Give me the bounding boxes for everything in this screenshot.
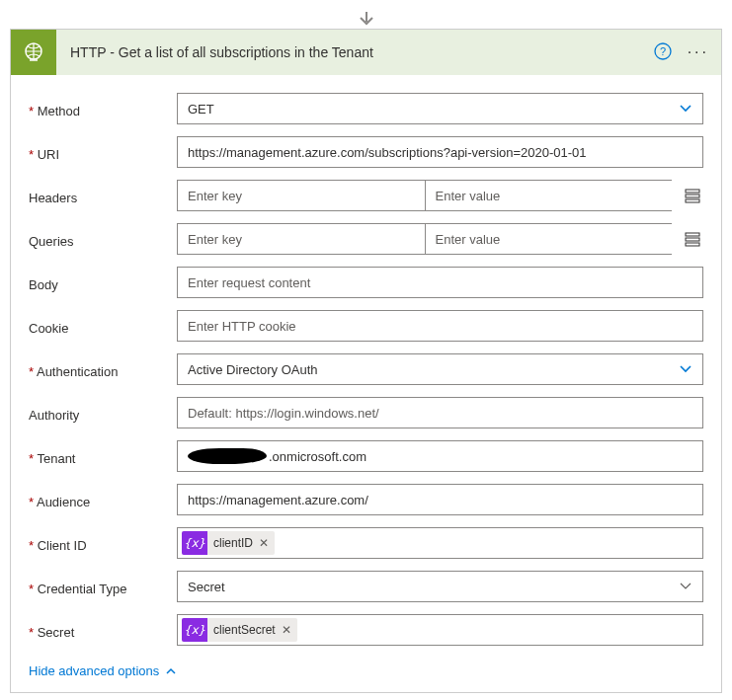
audience-label: Audience xyxy=(29,491,177,509)
queries-value-input[interactable] xyxy=(425,223,673,255)
variable-icon: {x} xyxy=(182,531,207,555)
method-value: GET xyxy=(188,102,214,117)
secret-input[interactable]: {x} clientSecret ✕ xyxy=(177,614,703,646)
remove-token-icon[interactable]: ✕ xyxy=(259,536,269,550)
cookie-label: Cookie xyxy=(29,317,177,336)
secret-label: Secret xyxy=(29,621,177,640)
credtype-label: Credential Type xyxy=(29,578,177,596)
headers-value-input[interactable] xyxy=(425,180,673,211)
authority-input[interactable] xyxy=(177,397,703,428)
chevron-down-icon xyxy=(679,362,692,376)
clientid-label: Client ID xyxy=(29,534,177,553)
hide-advanced-link[interactable]: Hide advanced options xyxy=(29,663,177,678)
secret-token[interactable]: {x} clientSecret ✕ xyxy=(182,618,297,642)
queries-key-input[interactable] xyxy=(177,223,425,255)
cookie-input[interactable] xyxy=(177,310,703,342)
svg-rect-7 xyxy=(686,238,699,241)
authority-label: Authority xyxy=(29,404,177,423)
credtype-select[interactable]: Secret xyxy=(177,571,703,602)
tenant-input[interactable]: .onmicrosoft.com xyxy=(177,440,703,472)
svg-text:?: ? xyxy=(660,45,666,57)
tenant-suffix: .onmicrosoft.com xyxy=(269,449,366,464)
svg-rect-6 xyxy=(686,233,699,236)
tenant-label: Tenant xyxy=(29,447,177,466)
clientid-token[interactable]: {x} clientID ✕ xyxy=(182,531,275,555)
help-icon[interactable]: ? xyxy=(654,42,672,63)
card-body: Method GET URI Headers xyxy=(11,75,721,692)
uri-label: URI xyxy=(29,143,177,162)
more-icon[interactable]: ··· xyxy=(688,43,709,61)
credtype-value: Secret xyxy=(188,580,225,594)
auth-value: Active Directory OAuth xyxy=(188,362,318,377)
http-globe-icon xyxy=(11,30,56,75)
svg-rect-5 xyxy=(686,199,699,202)
clientid-input[interactable]: {x} clientID ✕ xyxy=(177,527,703,559)
svg-rect-8 xyxy=(686,243,699,246)
audience-input[interactable] xyxy=(177,484,703,515)
card-header[interactable]: HTTP - Get a list of all subscriptions i… xyxy=(11,30,721,75)
auth-label: Authentication xyxy=(29,360,177,379)
queries-switch-mode-icon[interactable] xyxy=(682,231,703,247)
chevron-up-icon xyxy=(165,665,177,677)
headers-label: Headers xyxy=(29,187,177,205)
http-action-card: HTTP - Get a list of all subscriptions i… xyxy=(10,29,722,693)
chevron-down-icon xyxy=(679,580,692,593)
method-select[interactable]: GET xyxy=(177,93,703,124)
headers-switch-mode-icon[interactable] xyxy=(682,188,703,203)
svg-rect-3 xyxy=(686,190,699,193)
tenant-redacted xyxy=(188,448,267,464)
card-title: HTTP - Get a list of all subscriptions i… xyxy=(70,44,654,60)
uri-input[interactable] xyxy=(177,136,703,168)
method-label: Method xyxy=(29,100,177,118)
headers-key-input[interactable] xyxy=(177,180,425,211)
body-label: Body xyxy=(29,273,177,292)
remove-token-icon[interactable]: ✕ xyxy=(282,623,291,637)
svg-rect-4 xyxy=(686,194,699,197)
body-input[interactable] xyxy=(177,267,703,298)
variable-icon: {x} xyxy=(182,618,207,642)
chevron-down-icon xyxy=(679,102,692,116)
auth-select[interactable]: Active Directory OAuth xyxy=(177,353,703,385)
queries-label: Queries xyxy=(29,230,177,249)
